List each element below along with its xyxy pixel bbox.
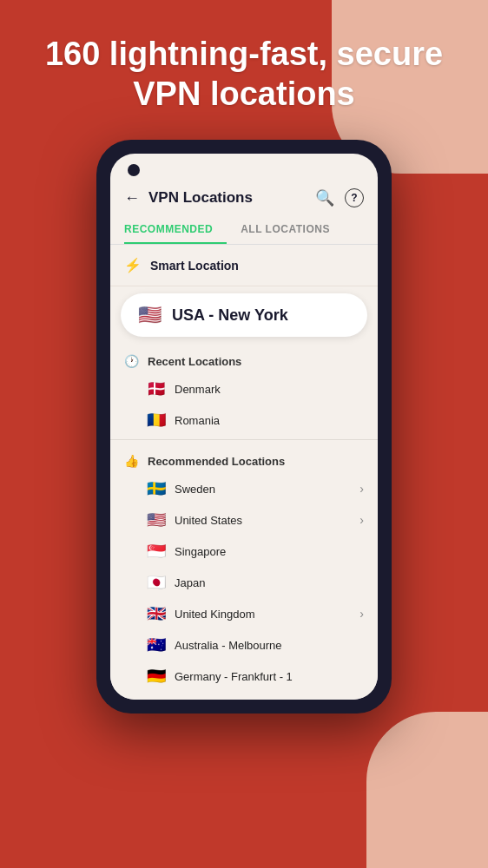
recent-section-header: 🕐 Recent Locations [110, 344, 378, 373]
germany-name: Germany - Frankfurt - 1 [175, 670, 364, 683]
chevron-right-icon: › [359, 513, 364, 527]
smart-location-text: Smart Location [150, 259, 239, 273]
nav-title: VPN Locations [148, 189, 307, 207]
japan-name: Japan [175, 576, 364, 589]
sweden-name: Sweden [175, 483, 351, 496]
denmark-name: Denmark [175, 383, 364, 396]
tab-all-locations[interactable]: ALL LOCATIONS [241, 216, 344, 244]
uk-name: United Kingdom [175, 608, 351, 621]
bg-accent-bottom-right [366, 712, 488, 868]
list-item[interactable]: 🇯🇵 Japan [110, 567, 378, 598]
page-title: 160 lightning-fast, secure VPN locations [35, 35, 453, 114]
phone-frame: ← VPN Locations 🔍 ? RECOMMENDED ALL LOCA… [96, 140, 392, 713]
sweden-flag: 🇸🇪 [147, 481, 166, 496]
singapore-name: Singapore [175, 545, 364, 558]
list-item[interactable]: 🇺🇸 United States › [110, 504, 378, 536]
divider [110, 439, 378, 440]
australia-flag: 🇦🇺 [147, 637, 166, 653]
chevron-right-icon: › [359, 607, 364, 621]
nav-icons: 🔍 ? [315, 188, 364, 207]
search-icon[interactable]: 🔍 [315, 188, 334, 207]
germany-flag: 🇩🇪 [147, 668, 166, 684]
united-states-name: United States [175, 514, 351, 527]
tab-recommended[interactable]: RECOMMENDED [124, 216, 227, 244]
selected-location-item[interactable]: 🇺🇸 USA - New York [121, 293, 367, 337]
clock-icon: 🕐 [124, 354, 139, 368]
list-item[interactable]: 🇩🇰 Denmark [110, 373, 378, 404]
selected-flag: 🇺🇸 [138, 306, 162, 325]
list-item[interactable]: 🇩🇪 Germany - Frankfurt - 1 [110, 661, 378, 700]
list-item[interactable]: 🇸🇬 Singapore [110, 536, 378, 567]
nav-bar: ← VPN Locations 🔍 ? [110, 164, 378, 216]
australia-name: Australia - Melbourne [175, 639, 364, 652]
recommended-section-header: 👍 Recommended Locations [110, 444, 378, 473]
romania-flag: 🇷🇴 [147, 412, 166, 428]
lightning-icon: ⚡ [124, 257, 142, 273]
singapore-flag: 🇸🇬 [147, 543, 166, 559]
smart-location-item[interactable]: ⚡ Smart Location [110, 245, 378, 286]
thumbsup-icon: 👍 [124, 454, 139, 468]
chevron-right-icon: › [359, 482, 364, 496]
romania-name: Romania [175, 414, 364, 427]
phone-container: ← VPN Locations 🔍 ? RECOMMENDED ALL LOCA… [0, 140, 488, 713]
japan-flag: 🇯🇵 [147, 575, 166, 590]
recent-section-title: Recent Locations [148, 355, 241, 368]
screen-content: ← VPN Locations 🔍 ? RECOMMENDED ALL LOCA… [110, 154, 378, 700]
selected-location-name: USA - New York [172, 306, 288, 325]
denmark-flag: 🇩🇰 [147, 381, 166, 397]
tabs-bar: RECOMMENDED ALL LOCATIONS [110, 216, 378, 245]
phone-screen: ← VPN Locations 🔍 ? RECOMMENDED ALL LOCA… [110, 154, 378, 700]
back-button[interactable]: ← [124, 189, 140, 207]
list-item[interactable]: 🇸🇪 Sweden › [110, 473, 378, 504]
list-item[interactable]: 🇬🇧 United Kingdom › [110, 598, 378, 629]
uk-flag: 🇬🇧 [147, 606, 166, 621]
us-flag: 🇺🇸 [147, 512, 166, 528]
list-item[interactable]: 🇷🇴 Romania [110, 404, 378, 436]
recommended-section-title: Recommended Locations [148, 455, 285, 468]
header-section: 160 lightning-fast, secure VPN locations [0, 0, 488, 140]
list-item[interactable]: 🇦🇺 Australia - Melbourne [110, 629, 378, 661]
help-icon[interactable]: ? [345, 188, 364, 207]
